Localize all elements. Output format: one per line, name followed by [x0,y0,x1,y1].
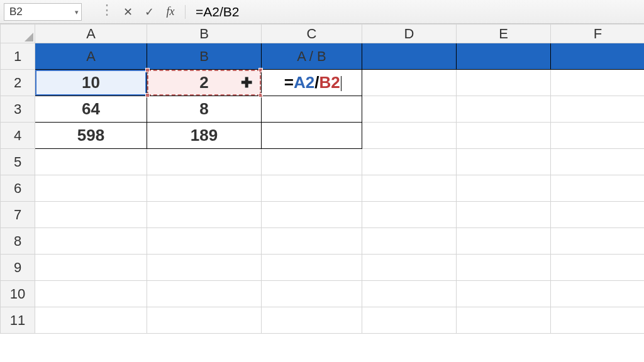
formula-eq: = [284,73,294,92]
cell-B4[interactable]: 189 [147,123,262,149]
cell-F11[interactable] [551,307,645,334]
cell-D8[interactable] [362,228,457,255]
cell-E4[interactable] [457,123,551,149]
name-box[interactable]: ▾ [4,3,82,21]
cell-C9[interactable] [262,255,362,281]
row-header-7[interactable]: 7 [1,202,35,228]
cell-A6[interactable] [35,175,147,202]
cell-D3[interactable] [362,96,457,123]
cell-B1[interactable]: B [147,43,262,70]
cell-B5[interactable] [147,149,262,175]
cell-B7[interactable] [147,202,262,228]
cell-C2[interactable]: =A2/B2 [262,70,362,96]
row-header-5[interactable]: 5 [1,149,35,175]
grid[interactable]: A B C D E F 1 A B A / B 2 10 2 [0,24,644,334]
cell-B2[interactable]: 2 ✚ [147,70,262,96]
cell-C4[interactable] [262,123,362,149]
cell-F2[interactable] [551,70,645,96]
cell-B6[interactable] [147,175,262,202]
cell-B11[interactable] [147,307,262,334]
cell-C8[interactable] [262,228,362,255]
cell-F3[interactable] [551,96,645,123]
row-header-6[interactable]: 6 [1,175,35,202]
cell-A8[interactable] [35,228,147,255]
cell-C10[interactable] [262,281,362,307]
select-all-corner[interactable] [1,25,35,43]
text-caret [341,76,342,91]
cell-D2[interactable] [362,70,457,96]
divider-icon: ⋮ [96,1,117,19]
cell-E11[interactable] [457,307,551,334]
cell-F7[interactable] [551,202,645,228]
row-header-10[interactable]: 10 [1,281,35,307]
row-header-4[interactable]: 4 [1,123,35,149]
cell-D6[interactable] [362,175,457,202]
cancel-button[interactable]: ✕ [117,3,138,21]
cell-A1[interactable]: A [35,43,147,70]
cell-E5[interactable] [457,149,551,175]
col-header-A[interactable]: A [35,25,147,43]
cell-B8[interactable] [147,228,262,255]
fx-icon: fx [167,5,175,18]
cell-E8[interactable] [457,228,551,255]
col-header-F[interactable]: F [551,25,645,43]
cell-F8[interactable] [551,228,645,255]
cell-C5[interactable] [262,149,362,175]
cell-A10[interactable] [35,281,147,307]
cell-E10[interactable] [457,281,551,307]
cell-A11[interactable] [35,307,147,334]
formula-ref-b: B2 [319,73,340,92]
cell-F5[interactable] [551,149,645,175]
cell-C1[interactable]: A / B [262,43,362,70]
col-header-D[interactable]: D [362,25,457,43]
cell-E2[interactable] [457,70,551,96]
cell-F1[interactable] [551,43,645,70]
row-header-3[interactable]: 3 [1,96,35,123]
cell-F10[interactable] [551,281,645,307]
insert-function-button[interactable]: fx [160,3,181,21]
col-header-C[interactable]: C [262,25,362,43]
cell-E9[interactable] [457,255,551,281]
cell-B10[interactable] [147,281,262,307]
row-header-2[interactable]: 2 [1,70,35,96]
cell-D5[interactable] [362,149,457,175]
cell-B9[interactable] [147,255,262,281]
cell-E7[interactable] [457,202,551,228]
cell-D7[interactable] [362,202,457,228]
formula-ref-a: A2 [294,73,314,92]
cell-A2[interactable]: 10 [35,70,147,96]
cell-E6[interactable] [457,175,551,202]
enter-button[interactable]: ✓ [138,3,160,21]
formula-input[interactable] [189,3,640,21]
cell-D11[interactable] [362,307,457,334]
cell-E3[interactable] [457,96,551,123]
cell-A9[interactable] [35,255,147,281]
row-header-1[interactable]: 1 [1,43,35,70]
cell-C3[interactable] [262,96,362,123]
cell-C11[interactable] [262,307,362,334]
name-box-input[interactable] [4,4,81,20]
col-header-E[interactable]: E [457,25,551,43]
row-header-8[interactable]: 8 [1,228,35,255]
cell-A7[interactable] [35,202,147,228]
col-header-B[interactable]: B [147,25,262,43]
cell-D9[interactable] [362,255,457,281]
cell-E1[interactable] [457,43,551,70]
spreadsheet[interactable]: A B C D E F 1 A B A / B 2 10 2 [0,24,644,362]
cell-C6[interactable] [262,175,362,202]
cell-F4[interactable] [551,123,645,149]
row-header-11[interactable]: 11 [1,307,35,334]
separator [185,5,186,19]
cell-F9[interactable] [551,255,645,281]
cell-D4[interactable] [362,123,457,149]
cell-D10[interactable] [362,281,457,307]
cell-A4[interactable]: 598 [35,123,147,149]
cell-A3[interactable]: 64 [35,96,147,123]
row-header-9[interactable]: 9 [1,255,35,281]
cell-A5[interactable] [35,149,147,175]
cell-D1[interactable] [362,43,457,70]
cell-cursor-icon: ✚ [241,75,252,91]
cell-C7[interactable] [262,202,362,228]
cell-B3[interactable]: 8 [147,96,262,123]
cell-F6[interactable] [551,175,645,202]
